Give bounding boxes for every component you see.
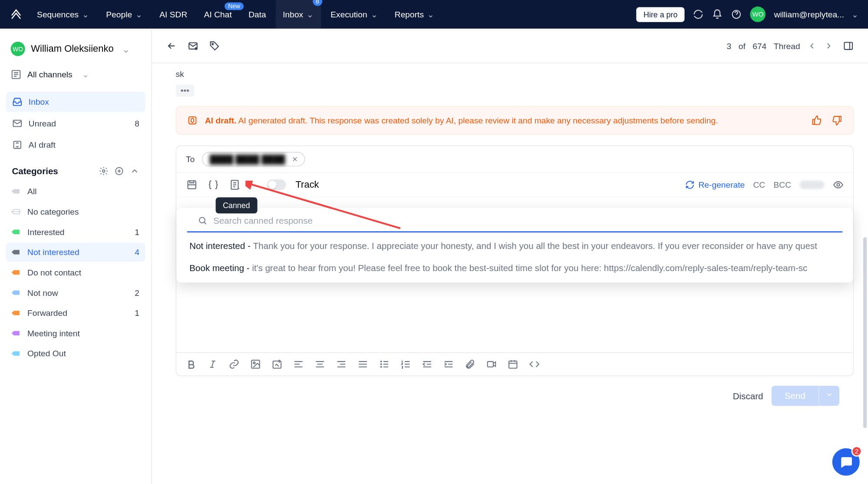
thumbs-down-icon[interactable] [832,115,842,126]
thumbs-up-icon[interactable] [812,115,822,126]
chevron-down-icon: ⌄ [307,10,314,19]
tag-off-icon [10,205,23,219]
prev-icon[interactable] [807,41,817,50]
attachment-icon[interactable] [465,359,475,370]
mark-read-icon[interactable] [188,40,198,51]
sidebar-unread[interactable]: Unread 8 [6,113,145,134]
recipient-chip[interactable]: ████ ████ ████ [202,152,305,166]
chevron-down-icon: ⌄ [122,43,130,54]
image-icon[interactable] [250,359,261,370]
cat-do-not-contact[interactable]: Do not contact [6,263,145,282]
discard-button[interactable]: Discard [733,391,763,401]
scrollbar[interactable] [863,237,867,428]
italic-icon[interactable] [207,359,218,370]
indent-icon[interactable] [443,359,454,370]
canned-search-input[interactable] [213,215,832,225]
ai-draft-banner: AI draft. AI generated draft. This respo… [176,106,854,135]
bcc-button[interactable]: BCC [773,180,791,189]
support-chat-button[interactable]: 2 [832,448,860,476]
channels-icon [11,69,22,80]
outdent-icon[interactable] [422,359,432,370]
svg-rect-22 [488,361,493,367]
composer-body[interactable]: Not interested - Thank you for your resp… [176,197,853,352]
link-icon[interactable] [229,359,240,370]
cat-interested[interactable]: Interested 1 [6,222,145,242]
canned-responses-icon[interactable] [229,179,241,191]
nav-ai-chat[interactable]: AI ChatNew [197,6,239,23]
code-icon[interactable] [529,359,540,370]
remove-recipient-icon[interactable] [291,156,298,162]
chevron-up-icon[interactable] [130,166,139,176]
cat-not-now[interactable]: Not now 2 [6,283,145,302]
nav-data[interactable]: Data [241,6,274,23]
numbered-list-icon[interactable] [400,359,411,370]
bell-icon[interactable] [712,9,723,20]
svg-point-17 [253,362,255,364]
align-justify-icon[interactable] [357,359,368,370]
user-email-dropdown[interactable]: william@replytea...⌄ [774,10,858,19]
user-avatar[interactable]: WO [750,7,766,22]
align-center-icon[interactable] [314,359,325,370]
main-content: 3 of 674 Thread sk ••• AI [152,29,868,484]
cat-opted-out[interactable]: Opted Out [6,344,145,363]
canned-item-not-interested[interactable]: Not interested - Thank you for your resp… [176,235,853,257]
canned-item-book-meeting[interactable]: Book meeting - it's great to hear from y… [176,257,853,279]
gear-icon[interactable] [99,166,109,176]
braces-icon[interactable] [207,179,219,191]
cat-not-interested[interactable]: Not interested 4 [6,242,145,262]
sidebar-inbox[interactable]: Inbox [6,92,145,112]
hire-a-pro-button[interactable]: Hire a pro [637,7,685,22]
tag-icon [10,185,23,198]
send-dropdown[interactable] [818,386,839,406]
chevron-down-icon: ⌄ [82,10,89,19]
tag-action-icon[interactable] [209,40,220,51]
template-icon[interactable] [186,179,198,191]
nav-inbox[interactable]: Inbox⌄8 [276,0,321,29]
bold-icon[interactable] [186,359,197,370]
sender-label [799,181,825,189]
chevron-down-icon: ⌄ [371,10,378,19]
track-label: Track [296,179,319,190]
regenerate-button[interactable]: Re-generate [685,180,745,189]
svg-point-21 [381,366,382,367]
plus-circle-icon[interactable] [114,166,124,176]
expand-message-button[interactable]: ••• [176,85,194,96]
bullet-list-icon[interactable] [379,359,390,370]
nav-sequences[interactable]: Sequences⌄ [30,6,97,23]
calendar-icon[interactable] [508,359,518,370]
cat-all[interactable]: All [6,182,145,201]
tag-icon [10,326,23,340]
panel-toggle-icon[interactable] [843,40,854,51]
next-icon[interactable] [824,41,833,50]
align-right-icon[interactable] [336,359,347,370]
refresh-icon [685,180,695,189]
thread-toolbar: 3 of 674 Thread [152,29,868,63]
svg-rect-9 [844,42,852,49]
nav-execution[interactable]: Execution⌄ [323,6,385,23]
refresh-icon[interactable] [693,9,704,20]
logo-icon[interactable] [10,8,23,21]
video-icon[interactable] [486,359,497,370]
nav-reports[interactable]: Reports⌄ [387,6,442,23]
image-upload-icon[interactable] [272,359,283,370]
sidebar-user-switch[interactable]: WO William Oleksiienko ⌄ [6,38,145,60]
cat-no-categories[interactable]: No categories [6,202,145,221]
new-badge: New [224,2,244,10]
nav-people[interactable]: People⌄ [99,6,150,23]
cat-forwarded[interactable]: Forwarded 1 [6,303,145,322]
inbox-count-badge: 8 [313,0,322,6]
track-toggle[interactable] [267,179,286,190]
ai-draft-icon [12,139,23,150]
cat-meeting-intent[interactable]: Meeting intent [6,324,145,343]
sidebar-ai-draft[interactable]: AI draft [6,135,145,155]
send-button[interactable]: Send [772,386,818,406]
channel-select[interactable]: All channels ⌄ [6,66,145,83]
help-icon[interactable] [731,9,742,20]
nav-ai-sdr[interactable]: AI SDR [152,6,195,23]
back-arrow-icon[interactable] [166,40,177,51]
tag-icon [10,347,23,360]
unread-count: 8 [135,119,139,128]
preview-icon[interactable] [833,179,844,190]
cc-button[interactable]: CC [753,180,765,189]
align-left-icon[interactable] [293,359,304,370]
